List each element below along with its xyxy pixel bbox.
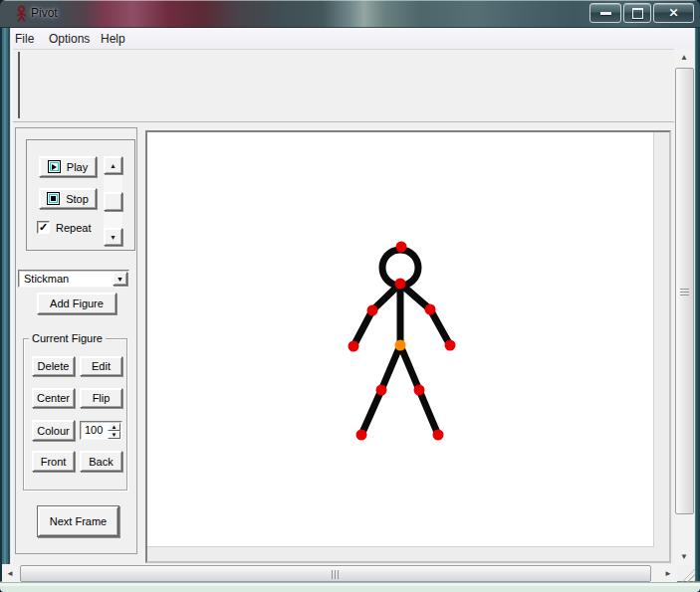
joint-handle[interactable] — [376, 385, 387, 396]
joint-handle[interactable] — [445, 340, 456, 351]
menu-bar: File Options Help — [13, 28, 694, 50]
origin-joint-handle[interactable] — [395, 340, 406, 351]
vscroll-down-button[interactable]: ▼ — [674, 548, 694, 565]
colour-button[interactable]: Colour — [32, 420, 75, 441]
window-frame: Pivot ✕ File Options Help Play — [0, 0, 700, 592]
window-border-left — [0, 28, 13, 581]
next-frame-button[interactable]: Next Frame — [38, 506, 118, 536]
pivot-app-icon — [15, 5, 28, 23]
front-label: Front — [41, 456, 67, 468]
flip-button[interactable]: Flip — [80, 388, 122, 408]
close-button[interactable]: ✕ — [653, 3, 694, 23]
menu-options[interactable]: Options — [49, 32, 90, 46]
stickman-segment[interactable] — [430, 309, 450, 345]
canvas-container — [145, 130, 671, 563]
stickman-segment[interactable] — [372, 284, 400, 310]
opacity-spin-down-button[interactable]: ▼ — [108, 431, 120, 439]
speed-scroll-up-button[interactable]: ▲ — [104, 156, 122, 174]
hscroll-thumb[interactable] — [20, 565, 651, 582]
minimize-icon — [600, 12, 611, 15]
figure-dropdown[interactable]: Stickman ▼ — [18, 270, 129, 288]
canvas-horizontal-scrollbar[interactable]: ◄ ► — [2, 564, 677, 582]
add-figure-label: Add Figure — [50, 297, 104, 309]
scroll-left-icon: ◄ — [6, 569, 14, 578]
opacity-spin-up-button[interactable]: ▲ — [108, 423, 120, 431]
repeat-label: Repeat — [56, 222, 91, 234]
delete-button[interactable]: Delete — [32, 356, 75, 376]
stickman-segment[interactable] — [419, 390, 438, 435]
play-button[interactable]: Play — [39, 156, 97, 177]
stickman-segment[interactable] — [381, 345, 400, 390]
add-figure-button[interactable]: Add Figure — [37, 293, 117, 314]
up-arrow-icon: ▲ — [110, 162, 117, 169]
edit-button[interactable]: Edit — [80, 356, 122, 376]
figure-dropdown-value: Stickman — [24, 273, 69, 285]
hscroll-left-button[interactable]: ◄ — [2, 564, 18, 582]
joint-handle[interactable] — [396, 242, 407, 253]
stop-icon — [47, 192, 60, 205]
maximize-icon — [632, 8, 643, 19]
stickman-segment[interactable] — [353, 310, 372, 346]
frames-timeline[interactable] — [13, 50, 674, 122]
play-button-label: Play — [67, 161, 88, 173]
next-frame-button-frame: Next Frame — [37, 505, 119, 537]
hscroll-right-button[interactable]: ► — [660, 564, 676, 582]
flip-label: Flip — [93, 392, 111, 404]
window-border-bottom — [0, 581, 700, 592]
down-arrow-icon: ▼ — [110, 234, 117, 241]
joint-handle[interactable] — [356, 430, 367, 441]
figure-dropdown-button[interactable]: ▼ — [113, 272, 127, 286]
vscroll-up-button[interactable]: ▲ — [674, 49, 694, 66]
stop-button[interactable]: Stop — [39, 188, 97, 209]
next-frame-label: Next Frame — [50, 515, 107, 527]
window-title: Pivot — [31, 6, 58, 20]
maximize-button[interactable] — [623, 3, 651, 23]
center-button[interactable]: Center — [32, 388, 75, 408]
spin-up-icon: ▲ — [112, 424, 117, 430]
checkmark-icon: ✓ — [39, 221, 48, 234]
canvas-vertical-scrollbar[interactable]: ▲ ▼ — [674, 49, 694, 565]
colour-label: Colour — [37, 425, 69, 437]
stickman-segment[interactable] — [361, 390, 381, 435]
repeat-checkbox[interactable]: ✓ — [37, 221, 50, 234]
speed-scrollbar-thumb[interactable] — [104, 192, 122, 211]
hscroll-grip-icon — [332, 570, 339, 579]
back-label: Back — [89, 456, 113, 468]
stickman-segment[interactable] — [400, 284, 430, 309]
dropdown-arrow-icon: ▼ — [117, 276, 123, 283]
scroll-up-icon: ▲ — [680, 53, 688, 62]
joint-handle[interactable] — [395, 279, 406, 290]
stickman-figure[interactable] — [147, 132, 653, 546]
joint-handle[interactable] — [414, 385, 425, 396]
scroll-right-icon: ► — [664, 569, 672, 578]
vscroll-thumb[interactable] — [675, 68, 694, 514]
joint-handle[interactable] — [367, 305, 378, 316]
window-border-right — [694, 28, 700, 581]
close-icon: ✕ — [668, 7, 678, 19]
speed-scroll-down-button[interactable]: ▼ — [104, 228, 122, 246]
minimize-button[interactable] — [589, 3, 621, 23]
joint-handle[interactable] — [349, 341, 359, 352]
center-label: Center — [37, 392, 70, 404]
pivot-window: Pivot ✕ File Options Help Play — [0, 0, 700, 592]
front-button[interactable]: Front — [32, 451, 75, 472]
current-figure-group-label: Current Figure — [29, 332, 106, 344]
menu-help[interactable]: Help — [101, 32, 125, 46]
back-button[interactable]: Back — [80, 451, 122, 472]
frame-divider — [18, 52, 20, 118]
joint-handle[interactable] — [433, 430, 444, 441]
opacity-value: 100 — [85, 424, 103, 436]
title-bar: Pivot ✕ — [0, 0, 700, 28]
menu-file[interactable]: File — [15, 32, 34, 46]
edit-label: Edit — [92, 360, 111, 372]
opacity-spinner[interactable]: 100 ▲ ▼ — [80, 421, 122, 440]
stickman-segment[interactable] — [400, 345, 419, 390]
stop-button-label: Stop — [66, 193, 89, 205]
joint-handle[interactable] — [425, 304, 436, 315]
spin-down-icon: ▼ — [112, 432, 117, 438]
animation-canvas[interactable] — [147, 132, 654, 547]
vscroll-grip-icon — [680, 289, 689, 296]
play-icon — [48, 160, 61, 173]
delete-label: Delete — [38, 360, 70, 372]
scroll-down-icon: ▼ — [680, 552, 688, 561]
